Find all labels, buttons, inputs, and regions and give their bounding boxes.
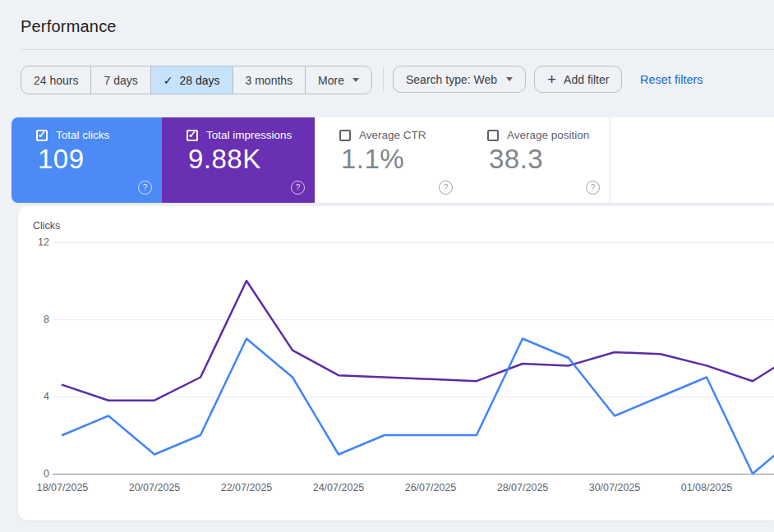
metric-label: Total clicks [56,130,109,141]
check-icon: ✓ [164,75,173,86]
average-ctr-checkbox[interactable] [339,130,351,141]
x-tick-label: 28/07/2025 [477,482,569,493]
metric-value: 1.1% [341,144,404,175]
metric-value: 38.3 [489,144,543,175]
cards-separator [610,117,610,203]
metric-label: Average CTR [359,130,426,141]
date-range-label: More [318,74,344,87]
chevron-down-icon [506,77,513,81]
metric-label: Average position [507,130,589,141]
reset-filters-link[interactable]: Reset filters [640,73,703,86]
date-range-more[interactable]: More [305,66,371,94]
performance-page: Performance 24 hours 7 days ✓ 28 days 3 … [0,0,774,532]
x-tick-label: 26/07/2025 [385,482,477,493]
y-tick-label: 8 [18,313,49,326]
y-tick-label: 0 [18,467,49,480]
average-position-card[interactable]: Average position 38.3 ? [463,117,610,203]
search-type-filter-button[interactable]: Search type: Web [393,66,526,93]
x-tick-label: 01/08/2025 [661,482,753,493]
series-line-total-clicks [62,339,774,475]
help-icon[interactable]: ? [138,181,152,195]
total-impressions-card[interactable]: Total impressions 9.88K ? [162,117,315,203]
average-position-checkbox[interactable] [487,130,499,141]
page-title: Performance [21,17,117,36]
date-range-24-hours[interactable]: 24 hours [21,66,90,94]
date-range-label: 28 days [179,74,219,87]
total-impressions-checkbox[interactable] [187,130,198,141]
date-range-3-months[interactable]: 3 months [233,66,306,94]
total-clicks-card[interactable]: Total clicks 109 ? [12,117,162,203]
cards-border [12,203,610,204]
x-tick-label: 22/07/2025 [200,482,293,493]
gridline-y-0 [53,474,774,475]
date-range-label: 7 days [104,74,137,87]
x-tick-label: 18/07/2025 [16,482,108,493]
card-head: Average position [487,130,589,141]
gridline-y-12 [53,242,774,243]
chart-card[interactable]: Clicks 1284018/07/202520/07/202522/07/20… [18,206,774,521]
x-tick-label: 30/07/2025 [569,482,661,493]
plus-icon: + [547,71,556,87]
toolbar-divider [383,67,384,91]
card-head: Total clicks [36,130,109,141]
chevron-down-icon [352,78,359,82]
card-head: Average CTR [339,130,426,141]
date-range-label: 24 hours [34,74,78,87]
date-range-label: 3 months [246,74,293,87]
date-range-group: 24 hours 7 days ✓ 28 days 3 months More [21,66,372,94]
metric-cards-row: Total clicks 109 ? Total impressions 9.8… [12,117,774,203]
x-tick-label: 20/07/2025 [108,482,200,493]
gridline-y-8 [53,319,774,320]
total-clicks-checkbox[interactable] [36,130,48,141]
help-icon[interactable]: ? [439,181,453,195]
date-range-28-days[interactable]: ✓ 28 days [150,66,233,94]
add-filter-button[interactable]: + Add filter [534,66,622,93]
card-head: Total impressions [187,130,292,141]
y-tick-label: 12 [18,236,49,249]
x-tick-label: 24/07/2025 [293,482,385,493]
gridline-y-4 [53,397,774,397]
metric-value: 109 [38,144,85,175]
average-ctr-card[interactable]: Average CTR 1.1% ? [315,117,463,203]
series-line-total-impressions-scaled-to-clicks-axis [62,281,774,401]
metric-value: 9.88K [188,144,261,175]
search-type-label: Search type: Web [406,73,497,86]
y-tick-label: 4 [18,390,49,403]
help-icon[interactable]: ? [291,181,305,195]
y-axis-title: Clicks [33,220,60,232]
add-filter-label: Add filter [564,73,609,86]
header-divider [21,49,774,50]
metric-label: Total impressions [206,130,292,141]
help-icon[interactable]: ? [586,181,600,195]
date-range-7-days[interactable]: 7 days [90,66,150,94]
